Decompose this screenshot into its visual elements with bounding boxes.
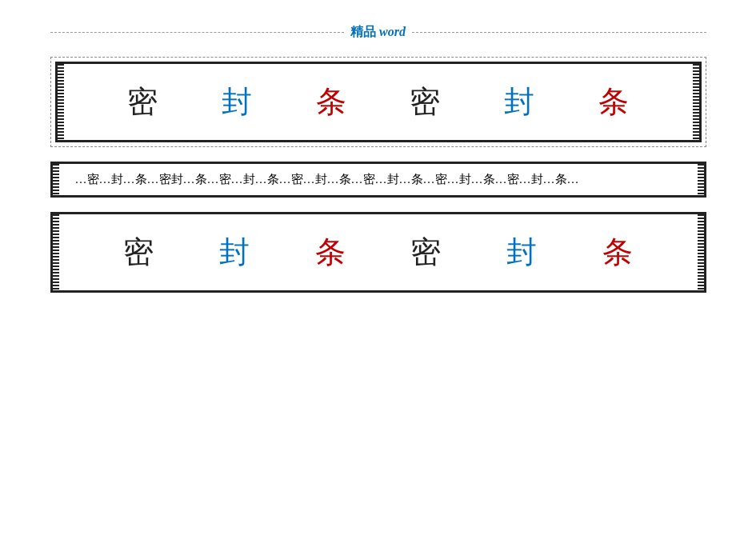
- char-tiao-2: 条: [598, 82, 629, 122]
- char-tiao-4: 条: [602, 232, 633, 273]
- header-line-right: [412, 32, 706, 33]
- header-row: 精品 word: [50, 24, 706, 41]
- char-feng-4: 封: [506, 232, 537, 273]
- char-feng-3: 封: [219, 232, 250, 273]
- char-mi-4: 密: [410, 232, 441, 273]
- inner-striped-box-1: 密 封 条 密 封 条: [55, 62, 702, 142]
- char-feng-2: 封: [504, 82, 534, 122]
- left-stripe-1: [58, 64, 64, 140]
- seal-chars-3: 密 封 条 密 封 条: [59, 214, 698, 290]
- inner-striped-box-2: …密…封…条…密封…条…密…封…条…密…封…条…密…封…条…密…封…条…密…封……: [50, 162, 706, 198]
- left-stripe-3: [53, 214, 59, 290]
- seal-chars-1: 密 封 条 密 封 条: [64, 64, 693, 140]
- title-word: word: [379, 25, 406, 38]
- title-jingpin: 精品: [350, 25, 376, 38]
- page-container: 精品 word 密 封 条 密 封 条: [0, 0, 756, 535]
- char-mi-1: 密: [127, 82, 158, 122]
- right-stripe-1: [693, 64, 699, 140]
- char-mi-3: 密: [123, 232, 154, 273]
- inner-striped-box-3: 密 封 条 密 封 条: [50, 212, 706, 293]
- right-stripe-2: [698, 164, 704, 195]
- outer-dashed-border: 密 封 条 密 封 条: [50, 57, 706, 147]
- char-tiao-3: 条: [315, 232, 346, 273]
- char-feng-1: 封: [222, 82, 252, 122]
- left-stripe-2: [53, 164, 59, 195]
- header-line-left: [50, 32, 345, 33]
- char-mi-2: 密: [410, 82, 440, 122]
- char-tiao-1: 条: [316, 82, 346, 122]
- section-3: 密 封 条 密 封 条: [50, 212, 706, 293]
- header-title: 精品 word: [344, 24, 412, 41]
- middle-text: …密…封…条…密封…条…密…封…条…密…封…条…密…封…条…密…封…条…密…封……: [75, 173, 579, 186]
- section-2: …密…封…条…密封…条…密…封…条…密…封…条…密…封…条…密…封…条…密…封……: [50, 162, 706, 198]
- middle-text-area: …密…封…条…密封…条…密…封…条…密…封…条…密…封…条…密…封…条…密…封……: [59, 164, 698, 195]
- right-stripe-3: [698, 214, 704, 290]
- section-1: 密 封 条 密 封 条: [50, 57, 706, 147]
